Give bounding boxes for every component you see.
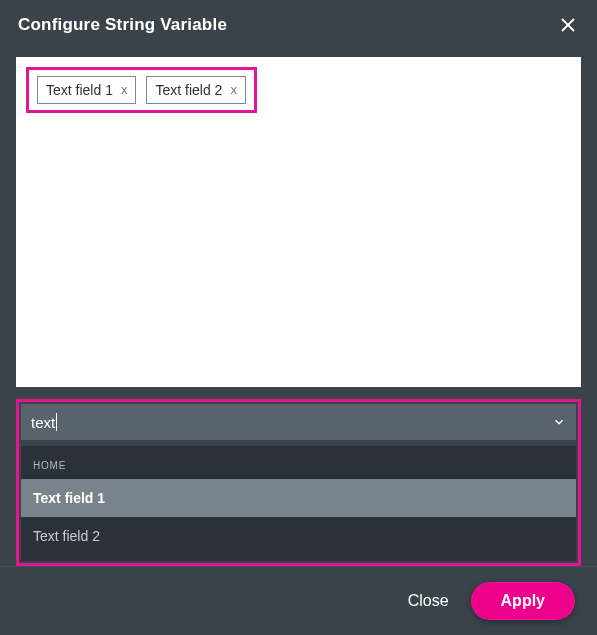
dialog-title: Configure String Variable xyxy=(18,15,227,35)
text-caret xyxy=(56,413,57,431)
close-icon xyxy=(559,16,577,34)
search-text-value: text xyxy=(31,414,55,431)
dropdown-group-label: HOME xyxy=(21,456,576,479)
dropdown-option[interactable]: Text field 1 xyxy=(21,479,576,517)
chevron-down-icon xyxy=(552,415,566,429)
selected-fields-chips: Text field 1 x Text field 2 x xyxy=(26,67,257,113)
field-search-input[interactable]: text xyxy=(21,404,576,440)
field-chip[interactable]: Text field 1 x xyxy=(37,76,136,104)
dialog-close-button[interactable] xyxy=(555,12,581,38)
dropdown-option[interactable]: Text field 2 xyxy=(21,517,576,555)
search-input-value: text xyxy=(31,413,57,431)
chip-remove-button[interactable]: x xyxy=(230,80,237,100)
dialog-title-bar: Configure String Variable xyxy=(0,0,597,49)
close-button[interactable]: Close xyxy=(408,592,449,610)
chip-label: Text field 1 xyxy=(46,80,113,100)
variable-editor-area[interactable]: Text field 1 x Text field 2 x xyxy=(16,57,581,387)
field-dropdown: HOME Text field 1 Text field 2 xyxy=(21,446,576,561)
field-chip[interactable]: Text field 2 x xyxy=(146,76,245,104)
dialog-body: Text field 1 x Text field 2 x text HOM xyxy=(0,49,597,566)
field-search-block: text HOME Text field 1 Text field 2 xyxy=(16,399,581,566)
chip-remove-button[interactable]: x xyxy=(121,80,128,100)
dropdown-option-label: Text field 1 xyxy=(33,490,105,506)
apply-button[interactable]: Apply xyxy=(471,582,575,620)
dropdown-toggle[interactable] xyxy=(552,415,566,429)
chip-label: Text field 2 xyxy=(155,80,222,100)
dropdown-option-label: Text field 2 xyxy=(33,528,100,544)
configure-string-variable-dialog: Configure String Variable Text field 1 x… xyxy=(0,0,597,635)
dialog-footer: Close Apply xyxy=(0,566,597,635)
